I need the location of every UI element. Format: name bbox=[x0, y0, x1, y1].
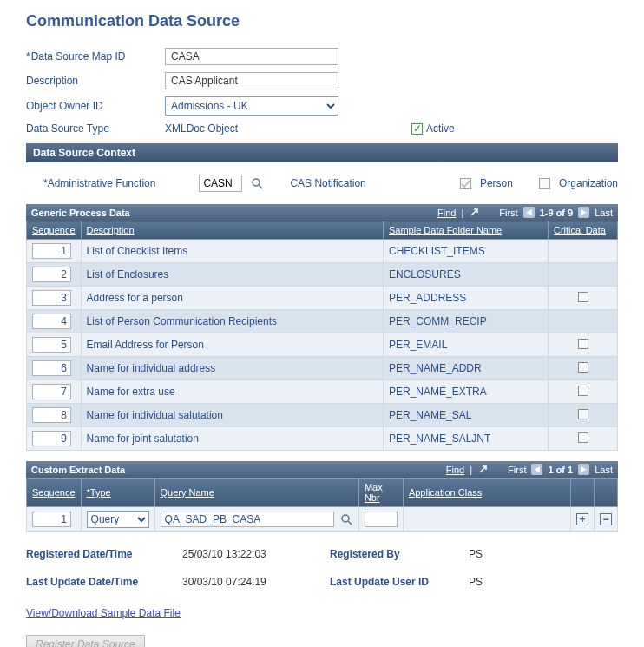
custom-next-icon[interactable]: ▶ bbox=[578, 464, 589, 475]
custom-last[interactable]: Last bbox=[595, 465, 613, 475]
row-critical bbox=[549, 427, 618, 451]
row-description: Name for extra use bbox=[81, 380, 383, 404]
page-title: Communication Data Source bbox=[26, 12, 618, 30]
generic-range: 1-9 of 9 bbox=[540, 208, 574, 218]
generic-prev-icon[interactable]: ◀ bbox=[523, 207, 535, 218]
custom-grid: Sequence *Type Query Name Max Nbr Applic… bbox=[26, 478, 618, 532]
sequence-input[interactable] bbox=[32, 243, 71, 259]
col-c-appclass[interactable]: Application Class bbox=[403, 479, 570, 507]
generic-find-link[interactable]: Find bbox=[437, 208, 456, 218]
description-input[interactable] bbox=[165, 72, 338, 89]
admin-function-input[interactable] bbox=[199, 175, 242, 192]
sequence-input[interactable] bbox=[32, 337, 71, 353]
table-row: List of Checklist ItemsCHECKLIST_ITEMS bbox=[27, 240, 618, 263]
row-folder: ENCLOSURES bbox=[384, 263, 549, 287]
generic-last[interactable]: Last bbox=[595, 208, 613, 218]
row-description: Name for individual salutation bbox=[81, 404, 383, 427]
custom-find-link[interactable]: Find bbox=[446, 465, 464, 475]
row-critical bbox=[549, 310, 618, 333]
organization-label: Organization bbox=[559, 177, 618, 189]
generic-first[interactable]: First bbox=[499, 208, 517, 218]
last-update-date-label: Last Update Date/Time bbox=[26, 576, 182, 588]
admin-function-desc: CAS Notification bbox=[290, 177, 365, 189]
sequence-input[interactable] bbox=[32, 267, 71, 282]
critical-checkbox[interactable] bbox=[578, 339, 588, 349]
col-sequence[interactable]: Sequence bbox=[27, 221, 82, 240]
custom-first[interactable]: First bbox=[508, 465, 526, 475]
custom-type-select[interactable]: Query bbox=[87, 511, 149, 528]
sequence-input[interactable] bbox=[32, 431, 71, 446]
context-bar: Data Source Context bbox=[26, 143, 618, 162]
registered-by-value: PS bbox=[469, 548, 483, 560]
row-critical bbox=[549, 333, 618, 357]
map-id-input[interactable] bbox=[165, 48, 338, 65]
col-c-sequence[interactable]: Sequence bbox=[27, 479, 82, 507]
last-update-by-label: Last Update User ID bbox=[330, 576, 469, 588]
organization-checkbox bbox=[539, 178, 550, 189]
row-folder: PER_COMM_RECIP bbox=[384, 310, 549, 333]
generic-popout-icon[interactable] bbox=[469, 207, 480, 218]
custom-qname-input[interactable] bbox=[161, 512, 334, 527]
map-id-label: Data Source Map ID bbox=[26, 50, 165, 63]
register-button: Register Data Source bbox=[26, 635, 145, 647]
custom-appclass bbox=[403, 507, 570, 532]
critical-checkbox[interactable] bbox=[578, 386, 588, 396]
col-description[interactable]: Description bbox=[81, 221, 383, 240]
sequence-input[interactable] bbox=[32, 407, 71, 423]
row-description: List of Enclosures bbox=[81, 263, 383, 287]
registered-date-value: 25/03/10 13:22:03 bbox=[182, 548, 330, 560]
generic-next-icon[interactable]: ▶ bbox=[578, 207, 589, 218]
admin-function-label: *Administrative Function bbox=[43, 177, 155, 189]
generic-grid: Sequence Description Sample Data Folder … bbox=[26, 221, 618, 451]
critical-checkbox[interactable] bbox=[578, 432, 588, 443]
delete-row-button[interactable]: − bbox=[600, 513, 612, 525]
last-update-by-value: PS bbox=[469, 576, 483, 588]
table-row: List of EnclosuresENCLOSURES bbox=[27, 263, 618, 287]
table-row: Name for individual salutationPER_NAME_S… bbox=[27, 404, 618, 427]
table-row: Name for joint salutationPER_NAME_SALJNT bbox=[27, 427, 618, 451]
last-update-date-value: 30/03/10 07:24:19 bbox=[182, 576, 330, 588]
sequence-input[interactable] bbox=[32, 290, 71, 306]
custom-maxnbr-input[interactable] bbox=[365, 512, 398, 527]
critical-checkbox[interactable] bbox=[578, 409, 588, 419]
view-download-link[interactable]: View/Download Sample Data File bbox=[26, 607, 181, 619]
row-folder: PER_NAME_SAL bbox=[384, 404, 549, 427]
svg-point-2 bbox=[342, 515, 349, 522]
active-checkbox[interactable]: ✓ bbox=[411, 123, 423, 135]
table-row: Name for individual addressPER_NAME_ADDR bbox=[27, 357, 618, 380]
owner-select[interactable]: Admissions - UK bbox=[165, 96, 338, 116]
add-row-button[interactable]: + bbox=[576, 513, 588, 525]
description-label: Description bbox=[26, 75, 165, 87]
row-critical bbox=[549, 287, 618, 310]
row-folder: PER_EMAIL bbox=[384, 333, 549, 357]
col-c-type[interactable]: *Type bbox=[81, 479, 154, 507]
col-c-max[interactable]: Max Nbr bbox=[358, 479, 403, 507]
row-description: Name for individual address bbox=[81, 357, 383, 380]
critical-checkbox[interactable] bbox=[578, 362, 588, 373]
row-critical bbox=[549, 380, 618, 404]
sequence-input[interactable] bbox=[32, 384, 71, 399]
custom-prev-icon[interactable]: ◀ bbox=[531, 464, 542, 475]
type-value: XMLDoc Object bbox=[165, 122, 238, 135]
active-label: Active bbox=[426, 122, 455, 135]
table-row: Email Address for PersonPER_EMAIL bbox=[27, 333, 618, 357]
custom-popout-icon[interactable] bbox=[477, 464, 489, 475]
sequence-input[interactable] bbox=[32, 360, 71, 376]
row-description: Name for joint salutation bbox=[81, 427, 383, 451]
person-label: Person bbox=[480, 177, 513, 189]
lookup-icon[interactable] bbox=[340, 513, 353, 526]
sequence-input[interactable] bbox=[32, 314, 71, 329]
row-critical bbox=[549, 263, 618, 287]
generic-grid-bar: Generic Process Data Find | First ◀ 1-9 … bbox=[26, 204, 618, 221]
svg-point-0 bbox=[253, 179, 260, 186]
col-folder[interactable]: Sample Data Folder Name bbox=[384, 221, 549, 240]
col-c-qname[interactable]: Query Name bbox=[154, 479, 358, 507]
col-critical[interactable]: Critical Data bbox=[549, 221, 618, 240]
person-checkbox bbox=[460, 178, 471, 189]
custom-seq-input[interactable] bbox=[32, 512, 71, 527]
critical-checkbox[interactable] bbox=[578, 292, 588, 302]
row-folder: PER_ADDRESS bbox=[384, 287, 549, 310]
registered-by-label: Registered By bbox=[330, 548, 469, 560]
lookup-icon[interactable] bbox=[251, 177, 264, 190]
row-folder: PER_NAME_EXTRA bbox=[384, 380, 549, 404]
